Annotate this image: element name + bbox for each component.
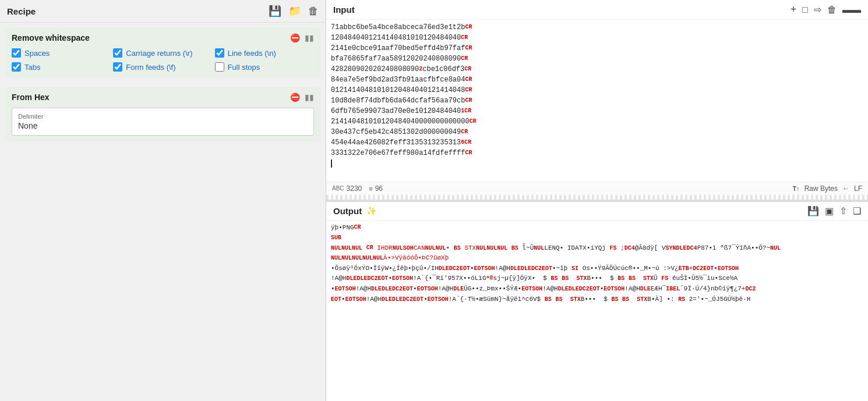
output-section: Output ✨ 💾 ▣ ⇧ ❏ ÿþ•PNGCR SUB NULNULNUL … xyxy=(326,202,868,402)
delimiter-container: Delimiter None xyxy=(12,108,314,136)
linefeeds-checkbox[interactable] xyxy=(215,48,224,58)
linefeeds-label: Line feeds (\n) xyxy=(228,49,276,58)
input-line: 454e44ae426082feff31353132353136CR xyxy=(331,137,863,148)
lf-label[interactable]: LF xyxy=(854,184,862,193)
lines-count: 96 xyxy=(375,184,383,193)
delimiter-label: Delimiter xyxy=(18,113,308,120)
output-expand-icon[interactable]: ⇧ xyxy=(839,205,847,217)
output-header: Output ✨ 💾 ▣ ⇧ ❏ xyxy=(326,202,868,221)
input-line: bfa76865faf7aa58912020240808090CR xyxy=(331,54,863,64)
output-line-6: !A@HDLEDLEDC2EOT•EOTSOH!A`{•¯Rí'957X••óL… xyxy=(331,274,863,284)
raw-bytes-label[interactable]: Raw Bytes xyxy=(805,184,838,193)
input-header: Input + □ ⇨ 🗑 ▬▬ xyxy=(326,0,868,20)
output-line-7: •EOTSOH!A@HDLEDLEDC2EOT•EOTSOH!A@HDLEÛG•… xyxy=(331,284,863,294)
menu-icon[interactable]: ▬▬ xyxy=(842,5,861,15)
save-icon[interactable]: 💾 xyxy=(269,5,281,17)
recipe-header: Recipe 💾 📁 🗑 xyxy=(0,0,326,23)
carriage-checkbox-item[interactable]: Carriage returns (\r) xyxy=(113,48,212,58)
output-fullscreen-icon[interactable]: ❏ xyxy=(853,205,861,217)
linefeeds-checkbox-item[interactable]: Line feeds (\n) xyxy=(215,48,314,58)
input-line: 84ea7e5ef9bd2ad3fb91aacfbfce8a04CR xyxy=(331,74,863,85)
input-line: 30e437cf5eb42c4851302d000000049CR xyxy=(331,127,863,137)
char-count-stat: ABC 3230 xyxy=(332,184,362,193)
carriage-label: Carriage returns (\r) xyxy=(126,49,192,58)
expand-icon[interactable]: □ xyxy=(802,5,808,15)
recipe-icons: 💾 📁 🗑 xyxy=(269,5,319,17)
output-title-area: Output ✨ xyxy=(333,206,376,216)
abc-icon: ABC xyxy=(332,185,344,191)
text-format-icon[interactable]: T↑ xyxy=(792,185,799,192)
input-line: 214140481010120484040000000000000CR xyxy=(331,116,863,127)
footer-right: T↑ Raw Bytes ← LF xyxy=(792,184,862,193)
output-line-2: SUB xyxy=(331,233,863,243)
fromhex-title: From Hex xyxy=(12,93,50,102)
char-count: 3230 xyxy=(347,184,362,193)
input-footer: ABC 3230 ≡ 96 T↑ Raw Bytes ← LF xyxy=(326,182,868,195)
input-line: 71abbc6be5a4bce8abceca76ed3e1t2bCR xyxy=(331,22,863,33)
footer-left: ABC 3230 ≡ 96 xyxy=(332,184,383,193)
right-panel: Input + □ ⇨ 🗑 ▬▬ 71abbc6be5a4bce8abceca7… xyxy=(326,0,868,401)
input-line: 3331322e706e67feff980a14fdfeffffCR xyxy=(331,148,863,158)
formfeeds-checkbox[interactable] xyxy=(113,62,122,72)
output-line-8: EOT•EOTSOH!A@HDLEDLEDC2EOT•EOTSOH!A`{·T½… xyxy=(331,294,863,305)
disable-icon[interactable]: ⛔ xyxy=(290,33,300,42)
input-line: 4282809020202408080902cbe1c06df3CR xyxy=(331,64,863,74)
fullstops-checkbox[interactable] xyxy=(215,62,224,72)
fromhex-header: From Hex ⛔ ▮▮ xyxy=(12,93,314,102)
tabs-checkbox-item[interactable]: Tabs xyxy=(12,62,111,72)
output-save-icon[interactable]: 💾 xyxy=(807,205,819,217)
lines-stat: ≡ 96 xyxy=(369,184,383,193)
formfeeds-checkbox-item[interactable]: Form feeds (\f) xyxy=(113,62,212,72)
formfeeds-label: Form feeds (\f) xyxy=(126,63,175,72)
input-cursor xyxy=(331,159,332,168)
fromhex-pause-icon[interactable]: ▮▮ xyxy=(305,93,314,102)
fromhex-controls: ⛔ ▮▮ xyxy=(290,93,314,102)
input-line: 2141e0cbce91aaf70bed5effd4b97fafCR xyxy=(331,43,863,54)
magic-wand-icon[interactable]: ✨ xyxy=(366,206,376,215)
output-header-icons: 💾 ▣ ⇧ ❏ xyxy=(807,205,861,217)
delimiter-value: None xyxy=(18,121,308,130)
input-line: 10d8de8f74dbfb6da64dcfaf56aa79cbCR xyxy=(331,95,863,106)
carriage-checkbox[interactable] xyxy=(113,48,122,58)
input-line: 6dfb765e99073ad70e0e101204840401CR xyxy=(331,106,863,116)
output-title: Output xyxy=(333,206,362,216)
delete-icon[interactable]: 🗑 xyxy=(308,5,319,17)
output-line-5: •Õsøÿ¹ÓxÝO•ÏîÿW•¿Íêþ•þçû•/IHDLEDC2EOT•EO… xyxy=(331,264,863,274)
scroll-divider xyxy=(326,195,868,200)
fromhex-card: From Hex ⛔ ▮▮ Delimiter None xyxy=(5,87,321,141)
tabs-label: Tabs xyxy=(24,63,40,72)
clear-icon[interactable]: 🗑 xyxy=(827,5,837,15)
fromhex-disable-icon[interactable]: ⛔ xyxy=(290,93,300,102)
input-line: 1204840401214140481010120484040CR xyxy=(331,33,863,43)
input-section: Input + □ ⇨ 🗑 ▬▬ 71abbc6be5a4bce8abceca7… xyxy=(326,0,868,202)
operation-title: Remove whitespace xyxy=(12,33,90,42)
operation-header: Remove whitespace ⛔ ▮▮ xyxy=(12,33,314,42)
spaces-checkbox[interactable] xyxy=(12,48,21,58)
output-content[interactable]: ÿþ•PNGCR SUB NULNULNUL CR IHDRNULSOHCANN… xyxy=(326,221,868,402)
fullstops-label: Full stops xyxy=(228,63,260,72)
output-line-4: NULNULNULNULNULÀ•>VÿäóóÔ•ÞC?ûøXþ xyxy=(331,253,863,264)
folder-icon[interactable]: 📁 xyxy=(288,5,301,17)
spaces-label: Spaces xyxy=(24,49,50,58)
input-content[interactable]: 71abbc6be5a4bce8abceca76ed3e1t2bCR 12048… xyxy=(326,20,868,182)
pause-icon[interactable]: ▮▮ xyxy=(305,33,314,42)
output-line-1: ÿþ•PNGCR xyxy=(331,223,863,233)
tabs-checkbox[interactable] xyxy=(12,62,21,72)
checkbox-grid: Spaces Carriage returns (\r) Line feeds … xyxy=(12,48,314,72)
import-icon[interactable]: ⇨ xyxy=(814,4,821,15)
remove-whitespace-card: Remove whitespace ⛔ ▮▮ Spaces Carriage r… xyxy=(5,27,321,77)
left-panel: Recipe 💾 📁 🗑 Remove whitespace ⛔ ▮▮ Spac… xyxy=(0,0,326,401)
input-line: 01214140481010120484040121414048CR xyxy=(331,85,863,95)
lines-icon: ≡ xyxy=(369,185,372,192)
spaces-checkbox-item[interactable]: Spaces xyxy=(12,48,111,58)
output-line-3: NULNULNUL CR IHDRNULSOHCANNULNUL• BS STX… xyxy=(331,243,863,254)
fullstops-checkbox-item[interactable]: Full stops xyxy=(215,62,314,72)
add-icon[interactable]: + xyxy=(791,3,797,16)
operation-controls: ⛔ ▮▮ xyxy=(290,33,314,42)
input-title: Input xyxy=(333,5,355,15)
input-header-icons: + □ ⇨ 🗑 ▬▬ xyxy=(791,3,861,16)
recipe-title: Recipe xyxy=(7,6,36,16)
lf-arrow-icon: ← xyxy=(842,184,849,193)
output-copy-icon[interactable]: ▣ xyxy=(825,205,834,217)
